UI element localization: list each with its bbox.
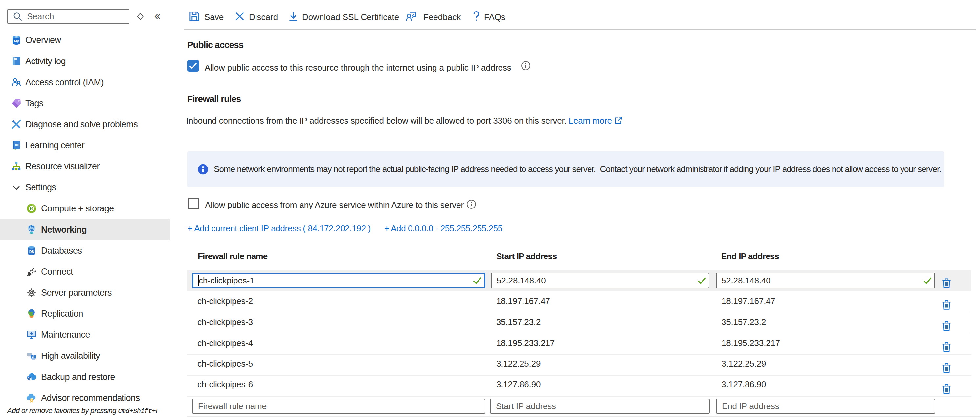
svg-text:101: 101 [14,144,20,147]
svg-text:My: My [14,39,19,43]
svg-text:DB: DB [29,249,34,254]
